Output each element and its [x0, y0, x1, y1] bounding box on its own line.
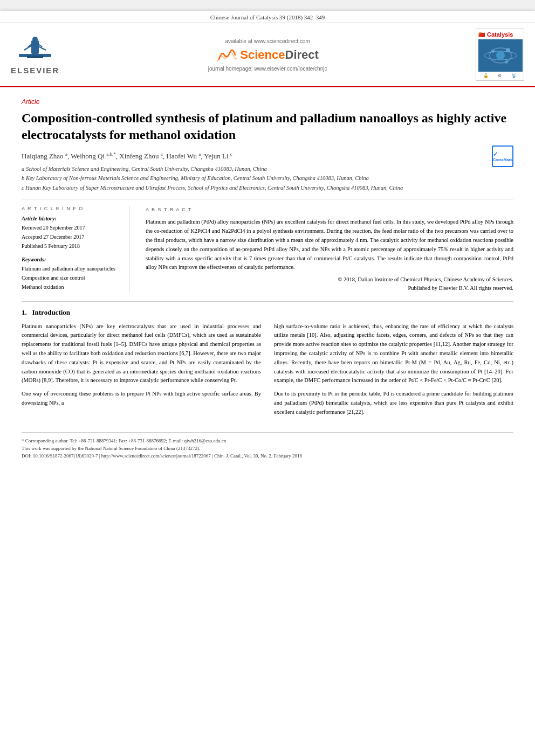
- article-type-label: Article: [22, 98, 513, 106]
- section-1-title: Introduction: [32, 308, 71, 316]
- published-date: Published 5 February 2018: [22, 242, 118, 250]
- article-title: Composition-controlled synthesis of plat…: [22, 110, 513, 143]
- accepted-date: Accepted 27 December 2017: [22, 233, 118, 241]
- open-access-icon: 🔓: [483, 73, 489, 78]
- svg-rect-7: [27, 56, 43, 58]
- sciencedirect-brand: ScienceScienceDirectDirect: [59, 46, 476, 64]
- keywords-heading: Keywords:: [22, 256, 118, 262]
- catalysis-image: [478, 39, 523, 72]
- catalysis-flag-icon: 🇨🇳: [478, 32, 485, 38]
- doi-line: DOI: 10.1016/S1872-2067(18)63020-7 | htt…: [22, 452, 513, 460]
- affiliations: a School of Materials Science and Engine…: [22, 165, 513, 192]
- abstract-heading: A B S T R A C T: [146, 206, 513, 213]
- article-info-column: A R T I C L E I N F O Article history: R…: [22, 206, 129, 293]
- body-para-1: Platinum nanoparticles (NPs) are key ele…: [22, 322, 261, 386]
- available-url: available at www.sciencedirect.com: [59, 38, 476, 44]
- section-1-heading: 1. Introduction: [22, 308, 513, 317]
- body-para-2: One way of overcoming these problems is …: [22, 390, 261, 408]
- main-content: Article Composition-controlled synthesis…: [0, 87, 535, 471]
- sciencedirect-center: available at www.sciencedirect.com Scien…: [59, 38, 476, 72]
- body-para-3: high surface-to-volume ratio is achieved…: [274, 322, 513, 386]
- svg-point-6: [32, 37, 38, 42]
- settings-icon: ⚙: [498, 73, 502, 78]
- sciencedirect-icon: [216, 46, 238, 64]
- divider-2: [22, 301, 513, 302]
- keyword-2: Composition and size control: [22, 274, 118, 282]
- catalysis-cover-icon: [478, 39, 523, 72]
- keyword-3: Methanol oxidation: [22, 283, 118, 291]
- rss-icon: 📡: [511, 73, 517, 78]
- elsevier-logo: ELSEVIER: [11, 35, 59, 75]
- svg-rect-1: [31, 40, 39, 54]
- page-footer: * Corresponding author. Tel: +86-731-888…: [22, 432, 513, 460]
- catalysis-label: Catalysis: [487, 31, 513, 38]
- author-haiqiang: Haiqiang Zhao a, Weihong Qi a,b,*, Xinfe…: [22, 152, 232, 160]
- journal-homepage: journal homepage: www.elsevier.com/locat…: [59, 66, 476, 72]
- affiliation-b: b Key Laboratory of Non-ferrous Material…: [22, 174, 513, 183]
- svg-point-11: [496, 51, 505, 60]
- support-info: This work was supported by the National …: [22, 445, 513, 452]
- affiliation-c: c Hunan Key Laboratory of Super Microstr…: [22, 184, 513, 192]
- sciencedirect-text: ScienceScienceDirectDirect: [240, 48, 319, 62]
- affiliation-a: a School of Materials Science and Engine…: [22, 165, 513, 174]
- body-section: Platinum nanoparticles (NPs) are key ele…: [22, 322, 513, 421]
- journal-header: ELSEVIER available at www.sciencedirect.…: [0, 23, 535, 87]
- abstract-text: Platinum and palladium (PtPd) alloy nano…: [146, 218, 513, 272]
- info-abstract-section: A R T I C L E I N F O Article history: R…: [22, 206, 513, 293]
- divider-1: [22, 199, 513, 199]
- journal-reference-bar: Chinese Journal of Catalysis 39 (2018) 3…: [0, 11, 535, 23]
- crossmark-badge[interactable]: ✓CrossMark: [492, 145, 513, 167]
- corresponding-author: * Corresponding author. Tel: +86-731-888…: [22, 437, 513, 445]
- authors-line: Haiqiang Zhao a, Weihong Qi a,b,*, Xinfe…: [22, 151, 513, 160]
- elsevier-wordmark: ELSEVIER: [11, 66, 59, 75]
- journal-reference-text: Chinese Journal of Catalysis 39 (2018) 3…: [210, 14, 325, 20]
- svg-point-14: [505, 60, 508, 64]
- abstract-footer: © 2018, Dalian Institute of Chemical Phy…: [146, 275, 513, 293]
- svg-point-12: [506, 48, 510, 52]
- received-date: Received 20 September 2017: [22, 224, 118, 232]
- rights-line: Published by Elsevier B.V. All rights re…: [146, 284, 513, 293]
- svg-point-13: [491, 50, 495, 53]
- abstract-column: A B S T R A C T Platinum and palladium (…: [146, 206, 513, 293]
- article-info-heading: A R T I C L E I N F O: [22, 206, 118, 211]
- body-para-4: Due to its proximity to Pt in the period…: [274, 390, 513, 417]
- keyword-1: Platinum and palladium alloy nanoparticl…: [22, 265, 118, 273]
- catalysis-bottom-icons: 🔓 ⚙ 📡: [478, 72, 522, 78]
- article-history-heading: Article history:: [22, 216, 118, 221]
- elsevier-tree-icon: [16, 35, 54, 65]
- body-right-column: high surface-to-volume ratio is achieved…: [274, 322, 513, 421]
- section-1-number: 1.: [22, 308, 27, 316]
- page: Chinese Journal of Catalysis 39 (2018) 3…: [0, 11, 535, 756]
- crossmark-icon: ✓CrossMark: [493, 151, 512, 162]
- copyright-line: © 2018, Dalian Institute of Chemical Phy…: [146, 275, 513, 284]
- keywords-section: Keywords: Platinum and palladium alloy n…: [22, 256, 118, 291]
- catalysis-badge: 🇨🇳 Catalysis 🔓 ⚙ 📡: [476, 29, 524, 81]
- body-left-column: Platinum nanoparticles (NPs) are key ele…: [22, 322, 261, 421]
